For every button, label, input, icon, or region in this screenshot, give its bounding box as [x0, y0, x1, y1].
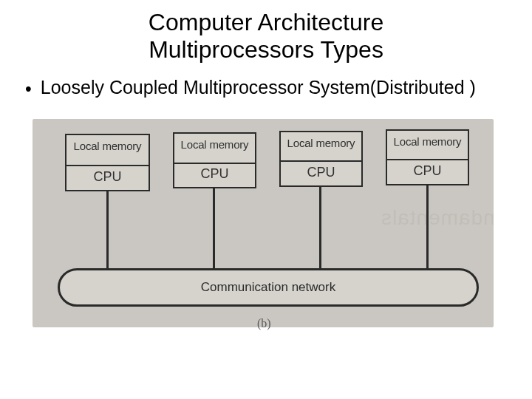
title-line-2: Multiprocessors Types — [149, 36, 383, 63]
node-3-mem-label: Local memory — [281, 137, 361, 149]
node-2-mem-label: Local memory — [174, 138, 255, 151]
node-2-divider — [174, 163, 255, 164]
node-3-cpu-label: CPU — [281, 165, 361, 180]
node-1-divider — [66, 165, 149, 166]
bullet-text: Loosely Coupled Multiprocessor System(Di… — [41, 77, 476, 99]
bullet-dot-icon: • — [25, 78, 32, 100]
node-4-divider — [387, 159, 468, 160]
node-3-divider — [281, 160, 361, 162]
node-4-cpu-label: CPU — [387, 163, 468, 179]
slide: Computer Architecture Multiprocessors Ty… — [0, 0, 532, 399]
connector-1 — [106, 191, 109, 274]
communication-network: Communication network — [58, 268, 479, 307]
figure-sublabel: (b) — [257, 317, 271, 330]
connector-2 — [213, 188, 215, 273]
node-1-mem-label: Local memory — [66, 140, 149, 152]
node-2-cpu-label: CPU — [174, 166, 255, 182]
connector-4 — [426, 185, 429, 269]
slide-title: Computer Architecture Multiprocessors Ty… — [103, 9, 429, 64]
ghost-text: ndamentals — [381, 206, 495, 230]
title-line-1: Computer Architecture — [149, 9, 383, 35]
node-box-2: Local memory CPU — [173, 132, 256, 188]
connector-3 — [319, 187, 321, 270]
node-box-3: Local memory CPU — [279, 131, 363, 187]
node-4-mem-label: Local memory — [387, 135, 468, 148]
network-label: Communication network — [60, 280, 477, 295]
diagram-inner: ndamentals Local memory CPU Local memory… — [33, 119, 494, 327]
diagram: ndamentals Local memory CPU Local memory… — [33, 119, 494, 327]
node-box-1: Local memory CPU — [65, 134, 150, 191]
bullet-item: • Loosely Coupled Multiprocessor System(… — [25, 77, 510, 100]
node-1-cpu-label: CPU — [66, 169, 149, 185]
node-box-4: Local memory CPU — [386, 129, 469, 185]
